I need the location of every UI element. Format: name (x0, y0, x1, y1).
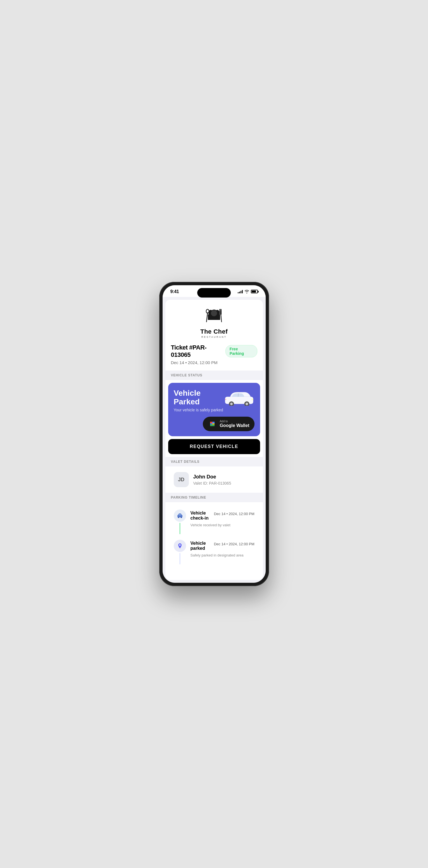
signal-bars-icon (238, 290, 243, 293)
signal-bar-1 (238, 292, 239, 293)
bottom-space (165, 571, 263, 580)
status-time: 9:41 (170, 289, 179, 294)
timeline-date-1: Dec 14 • 2024, 12:00 PM (214, 510, 255, 516)
timeline-item-2: Vehicle parked Dec 14 • 2024, 12:00 PM S… (174, 540, 255, 564)
chef-logo-icon (201, 307, 227, 328)
valet-info: John Doe Valet ID: PAR-013065 (193, 474, 231, 486)
logo-section: The Chef Restaurant Ticket #PAR-013065 F… (165, 300, 263, 371)
free-parking-badge: Free Parking (226, 345, 257, 358)
timeline-date-2: Dec 14 • 2024, 12:00 PM (214, 541, 255, 546)
ticket-number: Ticket #PAR-013065 (171, 344, 226, 359)
timeline-content-1: Vehicle check-in Dec 14 • 2024, 12:00 PM… (191, 509, 255, 534)
google-wallet-label: Add to (220, 420, 228, 423)
timeline-checkin-icon (174, 509, 186, 522)
car-icon (177, 513, 183, 519)
svg-point-18 (245, 402, 248, 405)
valet-details-card: JD John Doe Valet ID: PAR-013065 (168, 466, 260, 493)
valet-id: Valet ID: PAR-013065 (193, 481, 231, 486)
timeline-item: Vehicle check-in Dec 14 • 2024, 12:00 PM… (174, 509, 255, 540)
ticket-date: Dec 14 • 2024, 12:00 PM (171, 360, 257, 365)
signal-bar-4 (242, 290, 243, 293)
svg-line-14 (238, 393, 238, 397)
status-icons (238, 290, 258, 293)
battery-icon (251, 290, 258, 293)
google-wallet-name: Google Wallet (220, 423, 249, 428)
car-illustration-icon (224, 389, 255, 406)
timeline-event-desc-1: Vehicle received by valet (191, 523, 255, 527)
google-wallet-button[interactable]: Add to Google Wallet (203, 417, 254, 431)
valet-info-row: JD John Doe Valet ID: PAR-013065 (174, 472, 255, 487)
valet-avatar: JD (174, 472, 189, 487)
timeline-content-2: Vehicle parked Dec 14 • 2024, 12:00 PM S… (191, 540, 255, 564)
ticket-header: Ticket #PAR-013065 Free Parking Dec 14 •… (171, 344, 257, 365)
main-content: The Chef Restaurant Ticket #PAR-013065 F… (163, 297, 266, 583)
svg-rect-19 (252, 399, 253, 400)
timeline-left-2 (174, 540, 186, 564)
vehicle-status-section-header: VEHICLE STATUS (165, 371, 263, 380)
vehicle-status-card: Vehicle Parked Your vehicle is safely pa… (168, 383, 260, 436)
svg-rect-25 (179, 514, 181, 516)
location-pin-icon (177, 543, 183, 549)
timeline-line-1 (179, 523, 180, 534)
google-wallet-icon (208, 420, 217, 428)
timeline-top-row-1: Vehicle check-in Dec 14 • 2024, 12:00 PM (191, 510, 255, 522)
dynamic-island (197, 288, 231, 298)
parking-timeline-section-header: PARKING TIMELINE (165, 493, 263, 502)
logo-subtitle: Restaurant (201, 336, 227, 338)
vehicle-parked-subtitle: Your vehicle is safely parked (174, 408, 224, 412)
svg-point-24 (180, 517, 182, 518)
status-bar: 9:41 (163, 285, 266, 297)
logo-text: The Chef (200, 328, 228, 335)
valet-name: John Doe (193, 474, 231, 480)
timeline-event-title-2: Vehicle parked (191, 541, 214, 551)
signal-bar-2 (239, 292, 240, 293)
phone-frame: 9:41 (159, 282, 269, 586)
timeline-event-title-1: Vehicle check-in (191, 510, 214, 521)
request-vehicle-button[interactable]: REQUEST VEHICLE (168, 439, 260, 454)
svg-rect-20 (225, 399, 226, 400)
valet-details-section-header: VALET DETAILS (165, 457, 263, 466)
wifi-icon (244, 290, 249, 293)
logo-card: The Chef Restaurant Ticket #PAR-013065 F… (165, 300, 263, 580)
timeline-line-2 (179, 553, 180, 564)
svg-point-16 (230, 402, 232, 405)
timeline-left-1 (174, 509, 186, 534)
phone-screen: 9:41 (163, 285, 266, 583)
timeline-parked-icon (174, 540, 186, 552)
svg-point-23 (178, 517, 179, 518)
vehicle-status-text: Vehicle Parked Your vehicle is safely pa… (174, 389, 224, 412)
battery-fill (252, 290, 256, 292)
google-wallet-text: Add to Google Wallet (220, 420, 249, 428)
signal-bar-3 (240, 291, 241, 293)
svg-line-10 (206, 313, 207, 322)
timeline-top-row-2: Vehicle parked Dec 14 • 2024, 12:00 PM (191, 541, 255, 552)
ticket-row: Ticket #PAR-013065 Free Parking (171, 344, 257, 359)
logo-container: The Chef Restaurant (200, 307, 228, 338)
svg-rect-12 (208, 319, 220, 320)
timeline-card: Vehicle check-in Dec 14 • 2024, 12:00 PM… (168, 505, 260, 569)
timeline-event-desc-2: Safely parked in designated area (191, 553, 255, 557)
svg-point-5 (211, 310, 217, 316)
svg-point-26 (179, 545, 180, 546)
vehicle-parked-title: Vehicle Parked (174, 389, 224, 406)
vehicle-status-top: Vehicle Parked Your vehicle is safely pa… (174, 389, 255, 412)
